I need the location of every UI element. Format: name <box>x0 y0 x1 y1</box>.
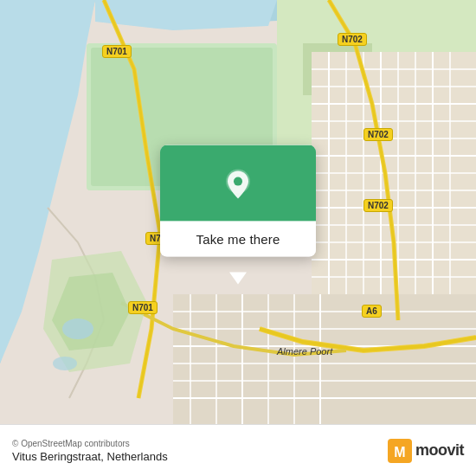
location-name: Vitus Beringstraat, Netherlands <box>12 450 168 463</box>
popup-green-background <box>160 145 316 222</box>
location-pin-icon <box>219 166 257 204</box>
svg-rect-27 <box>173 294 476 424</box>
take-me-there-button[interactable]: Take me there <box>160 222 316 257</box>
osm-attribution: © OpenStreetMap contributors <box>12 439 168 448</box>
road-label-n702-lower: N702 <box>363 199 393 212</box>
footer-info: © OpenStreetMap contributors Vitus Berin… <box>12 439 168 463</box>
footer-bar: © OpenStreetMap contributors Vitus Berin… <box>0 424 476 476</box>
road-label-n702-mid: N702 <box>363 128 393 141</box>
road-label-a6: A6 <box>362 305 382 318</box>
popup-card: Take me there <box>160 145 316 257</box>
svg-text:M: M <box>394 445 405 460</box>
svg-point-43 <box>234 177 242 186</box>
road-label-n702-top: N702 <box>338 33 367 46</box>
city-label: Almere Poort <box>277 346 332 357</box>
road-label-n701-lower: N701 <box>128 301 158 314</box>
road-label-n701-top: N701 <box>102 45 132 58</box>
moovit-logo: M moovit <box>388 439 464 463</box>
moovit-icon: M <box>388 439 412 463</box>
map-container: N701 N702 N702 N702 N701 N701 A6 Almere … <box>0 0 476 424</box>
svg-point-41 <box>53 357 77 370</box>
svg-point-40 <box>62 318 93 339</box>
moovit-text: moovit <box>415 441 464 460</box>
popup-tail <box>229 273 247 285</box>
